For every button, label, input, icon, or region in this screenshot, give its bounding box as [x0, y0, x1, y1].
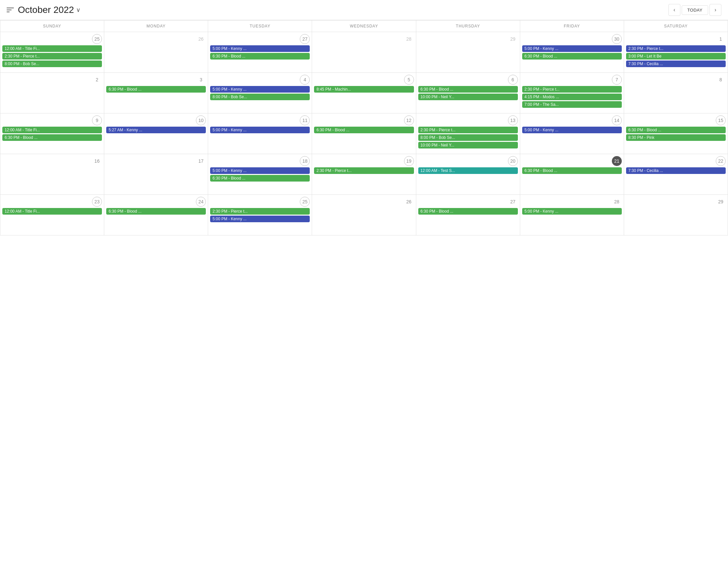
event-item[interactable]: 12:00 AM - Title Fi... — [2, 127, 102, 133]
calendar-cell[interactable]: 58:45 PM - Machin... — [312, 73, 416, 113]
event-item[interactable]: 2:30 PM - Pierce t... — [418, 127, 518, 133]
event-item[interactable]: 5:00 PM - Kenny ... — [210, 167, 310, 174]
events-container: 6:30 PM - Blood ... — [106, 208, 206, 215]
event-item[interactable]: 5:00 PM - Kenny ... — [522, 208, 622, 215]
event-item[interactable]: 4:15 PM - Modos ... — [522, 93, 622, 100]
event-item[interactable]: 2:30 PM - Pierce t... — [2, 53, 102, 59]
header-left: October 2022 ∨ — [7, 5, 669, 15]
calendar-cell[interactable]: 26 — [104, 32, 208, 73]
prev-button[interactable]: ‹ — [669, 4, 680, 16]
day-number: 20 — [508, 156, 518, 166]
calendar-cell[interactable]: 252:30 PM - Pierce t...5:00 PM - Kenny .… — [208, 195, 312, 235]
day-of-week-wednesday: WEDNESDAY — [312, 21, 416, 32]
calendar-cell[interactable]: 8 — [624, 73, 728, 113]
calendar-cell[interactable]: 26 — [312, 195, 416, 235]
calendar-cell[interactable]: 912:00 AM - Title Fi...6:30 PM - Blood .… — [0, 113, 104, 154]
event-item[interactable]: 7:00 PM - The Sa... — [522, 101, 622, 108]
day-number: 7 — [612, 75, 622, 85]
event-item[interactable]: 2:30 PM - Pierce t... — [210, 208, 310, 215]
event-item[interactable]: 6:30 PM - Blood ... — [106, 208, 206, 215]
calendar-cell[interactable]: 2312:00 AM - Title Fi... — [0, 195, 104, 235]
calendar-cell[interactable]: 2 — [0, 73, 104, 113]
calendar-cell[interactable]: 156:30 PM - Blood ...8:30 PM - Pink — [624, 113, 728, 154]
day-number: 28 — [404, 34, 414, 44]
event-item[interactable]: 5:00 PM - Kenny ... — [210, 45, 310, 52]
calendar-cell[interactable]: 29 — [416, 32, 520, 73]
event-item[interactable]: 12:00 AM - Title Fi... — [2, 45, 102, 52]
event-item[interactable]: 5:00 PM - Kenny ... — [522, 127, 622, 133]
filter-icon[interactable] — [7, 7, 14, 13]
month-title[interactable]: October 2022 ∨ — [18, 5, 80, 15]
calendar-cell[interactable]: 66:30 PM - Blood ...10:00 PM - Neil Y... — [416, 73, 520, 113]
event-item[interactable]: 6:30 PM - Blood ... — [210, 53, 310, 59]
calendar-cell[interactable]: 185:00 PM - Kenny ...6:30 PM - Blood ... — [208, 154, 312, 195]
day-number: 30 — [612, 34, 622, 44]
events-container: 5:27 AM - Kenny ... — [106, 127, 206, 133]
day-number: 29 — [716, 197, 726, 207]
event-item[interactable]: 10:00 PM - Neil Y... — [418, 142, 518, 148]
calendar-cell[interactable]: 2012:00 AM - Test S... — [416, 154, 520, 195]
event-item[interactable]: 5:27 AM - Kenny ... — [106, 127, 206, 133]
events-container: 5:00 PM - Kenny ... — [522, 127, 622, 133]
event-item[interactable]: 6:30 PM - Blood ... — [2, 134, 102, 141]
calendar-cell[interactable]: 12:30 PM - Pierce t...3:00 PM - Let It B… — [624, 32, 728, 73]
event-item[interactable]: 5:00 PM - Kenny ... — [522, 45, 622, 52]
calendar-cell[interactable]: 29 — [624, 195, 728, 235]
event-item[interactable]: 12:00 AM - Test S... — [418, 167, 518, 174]
calendar-cell[interactable]: 132:30 PM - Pierce t...8:00 PM - Bob Se.… — [416, 113, 520, 154]
events-container: 5:00 PM - Kenny ... — [210, 127, 310, 133]
calendar-cell[interactable]: 45:00 PM - Kenny ...8:00 PM - Bob Se... — [208, 73, 312, 113]
calendar-cell[interactable]: 17 — [104, 154, 208, 195]
day-number: 26 — [196, 34, 206, 44]
calendar-cell[interactable]: 28 — [312, 32, 416, 73]
calendar-cell[interactable]: 16 — [0, 154, 104, 195]
calendar-cell[interactable]: 285:00 PM - Kenny ... — [520, 195, 624, 235]
event-item[interactable]: 2:30 PM - Pierce t... — [314, 167, 414, 174]
calendar-cell[interactable]: 2512:00 AM - Title Fi...2:30 PM - Pierce… — [0, 32, 104, 73]
event-item[interactable]: 7:30 PM - Cecilia ... — [626, 167, 726, 174]
day-number: 10 — [196, 115, 206, 125]
calendar-cell[interactable]: 145:00 PM - Kenny ... — [520, 113, 624, 154]
event-item[interactable]: 8:00 PM - Bob Se... — [210, 93, 310, 100]
event-item[interactable]: 12:00 AM - Title Fi... — [2, 208, 102, 215]
today-button[interactable]: TODAY — [682, 5, 708, 15]
event-item[interactable]: 3:00 PM - Let It Be — [626, 53, 726, 59]
next-button[interactable]: › — [709, 4, 721, 16]
calendar-cell[interactable]: 36:30 PM - Blood ... — [104, 73, 208, 113]
calendar-cell[interactable]: 275:00 PM - Kenny ...6:30 PM - Blood ... — [208, 32, 312, 73]
event-item[interactable]: 8:00 PM - Bob Se... — [418, 134, 518, 141]
calendar-cell[interactable]: 276:30 PM - Blood ... — [416, 195, 520, 235]
event-item[interactable]: 6:30 PM - Blood ... — [626, 127, 726, 133]
event-item[interactable]: 5:00 PM - Kenny ... — [210, 127, 310, 133]
event-item[interactable]: 10:00 PM - Neil Y... — [418, 93, 518, 100]
event-item[interactable]: 6:30 PM - Blood ... — [314, 127, 414, 133]
day-number: 17 — [196, 156, 206, 166]
calendar-cell[interactable]: 72:30 PM - Pierce t...4:15 PM - Modos ..… — [520, 73, 624, 113]
event-item[interactable]: 6:30 PM - Blood ... — [522, 167, 622, 174]
calendar-cell[interactable]: 126:30 PM - Blood ... — [312, 113, 416, 154]
event-item[interactable]: 8:30 PM - Pink — [626, 134, 726, 141]
events-container: 12:00 AM - Title Fi...6:30 PM - Blood ..… — [2, 127, 102, 141]
event-item[interactable]: 6:30 PM - Blood ... — [418, 208, 518, 215]
event-item[interactable]: 6:30 PM - Blood ... — [418, 86, 518, 92]
week-row-4: 2312:00 AM - Title Fi...246:30 PM - Bloo… — [0, 195, 728, 235]
event-item[interactable]: 5:00 PM - Kenny ... — [210, 216, 310, 222]
event-item[interactable]: 6:30 PM - Blood ... — [210, 175, 310, 182]
event-item[interactable]: 5:00 PM - Kenny ... — [210, 86, 310, 92]
calendar-cell[interactable]: 192:30 PM - Pierce t... — [312, 154, 416, 195]
day-number: 29 — [508, 34, 518, 44]
calendar-cell[interactable]: 115:00 PM - Kenny ... — [208, 113, 312, 154]
event-item[interactable]: 2:30 PM - Pierce t... — [522, 86, 622, 92]
calendar-cell[interactable]: 246:30 PM - Blood ... — [104, 195, 208, 235]
calendar-cell[interactable]: 216:30 PM - Blood ... — [520, 154, 624, 195]
calendar-cell[interactable]: 227:30 PM - Cecilia ... — [624, 154, 728, 195]
event-item[interactable]: 7:30 PM - Cecilia ... — [626, 60, 726, 67]
event-item[interactable]: 2:30 PM - Pierce t... — [626, 45, 726, 52]
event-item[interactable]: 6:30 PM - Blood ... — [106, 86, 206, 92]
event-item[interactable]: 8:00 PM - Bob Se... — [2, 60, 102, 67]
event-item[interactable]: 8:45 PM - Machin... — [314, 86, 414, 92]
event-item[interactable]: 6:30 PM - Blood ... — [522, 53, 622, 59]
calendar-cell[interactable]: 105:27 AM - Kenny ... — [104, 113, 208, 154]
calendar-cell[interactable]: 305:00 PM - Kenny ...6:30 PM - Blood ... — [520, 32, 624, 73]
events-container: 2:30 PM - Pierce t...8:00 PM - Bob Se...… — [418, 127, 518, 148]
